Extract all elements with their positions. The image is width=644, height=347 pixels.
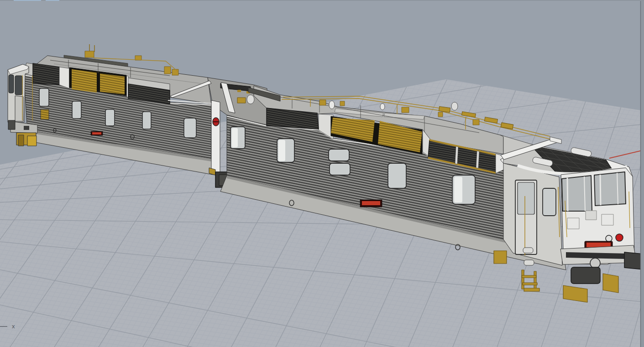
svg-text:x: x	[12, 323, 15, 330]
